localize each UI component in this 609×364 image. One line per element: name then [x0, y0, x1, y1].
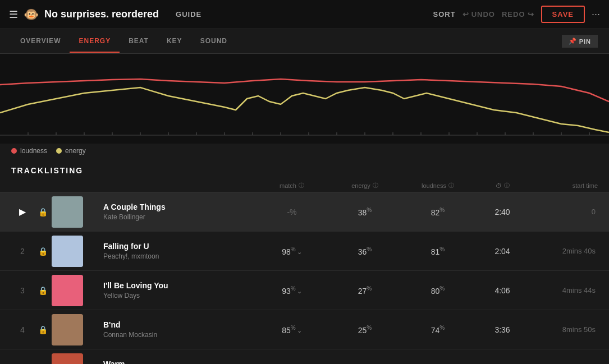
sort-button[interactable]: SORT: [433, 10, 456, 19]
tab-key[interactable]: KEY: [158, 30, 191, 53]
app-header: ☰ 🐵 No surprises. reordered GUIDE SORT ↩…: [0, 0, 609, 29]
track-info: B'nd Connan Mockasin: [97, 320, 255, 339]
col-duration: ⏱ ⓘ: [474, 182, 530, 190]
track-play-num[interactable]: 4: [11, 325, 34, 335]
table-row[interactable]: 4 🔒 B'nd Connan Mockasin 85%⌄ 25% 74% 3:…: [0, 310, 609, 349]
tracklisting-section: TRACKLISTING match ⓘ energy ⓘ loudness ⓘ…: [0, 158, 609, 364]
track-match: 93%⌄: [255, 285, 328, 296]
track-title: Falling for U: [103, 242, 249, 251]
track-duration: 2:40: [474, 208, 530, 216]
track-loudness: 81%: [401, 246, 474, 256]
track-match: -%: [255, 208, 328, 216]
duration-clock-icon: ⏱: [496, 182, 502, 189]
lock-icon: 🔒: [34, 247, 52, 256]
track-info: I'll Be Loving You Yellow Days: [97, 281, 255, 300]
hamburger-icon[interactable]: ☰: [9, 8, 18, 21]
energy-dot: [56, 148, 62, 154]
tab-overview[interactable]: OVERVIEW: [11, 30, 70, 53]
play-icon[interactable]: ▶: [19, 207, 26, 216]
col-start-time: start time: [530, 182, 598, 189]
track-play-num[interactable]: 3: [11, 285, 34, 296]
energy-chart: [0, 54, 609, 144]
track-title: I'll Be Loving You: [103, 281, 249, 290]
tab-bar: OVERVIEW ENERGY BEAT KEY SOUND 📌 PIN: [0, 29, 609, 54]
track-thumbnail: [52, 236, 83, 267]
chart-legend: loudness energy: [0, 144, 609, 158]
header-left: ☰ 🐵 No surprises. reordered GUIDE: [9, 7, 433, 22]
monkey-icon: 🐵: [24, 7, 39, 22]
track-duration: 2:04: [474, 247, 530, 256]
table-row[interactable]: ▶ 🔒 A Couple Things Kate Bollinger -% 38…: [0, 192, 609, 232]
track-title: B'nd: [103, 320, 249, 329]
track-play-num[interactable]: ▶: [11, 206, 34, 217]
legend-energy: energy: [56, 147, 86, 155]
track-loudness: 82%: [401, 207, 474, 217]
legend-loudness: loudness: [11, 147, 47, 155]
track-start-time: 0: [530, 208, 598, 216]
track-start-time: 8mins 50s: [530, 325, 598, 334]
track-loudness: 74%: [401, 325, 474, 335]
track-number: 4: [20, 325, 25, 334]
track-start-time: 2mins 40s: [530, 247, 598, 255]
save-button[interactable]: SAVE: [541, 6, 585, 23]
loudness-label: loudness: [20, 147, 47, 155]
col-match: match ⓘ: [255, 182, 328, 190]
track-artist: Kate Bollinger: [103, 213, 249, 221]
track-start-time: 4mins 44s: [530, 286, 598, 294]
table-header-row: match ⓘ energy ⓘ loudness ⓘ ⏱ ⓘ start ti…: [0, 179, 609, 192]
track-title: A Couple Things: [103, 202, 249, 211]
track-info: Warm Dre'es: [97, 360, 255, 364]
pin-icon: 📌: [569, 38, 577, 45]
loudness-info-icon[interactable]: ⓘ: [448, 182, 454, 190]
lock-icon: 🔒: [34, 325, 52, 334]
lock-icon: 🔒: [34, 208, 52, 216]
track-number: 3: [20, 286, 25, 295]
col-loudness: loudness ⓘ: [401, 182, 474, 190]
redo-button[interactable]: REDO ↪: [502, 10, 534, 19]
table-row[interactable]: 5 🔒 Warm Dre'es 85%⌄ 30% 77% 4:15 12mins…: [0, 349, 609, 364]
duration-info-icon[interactable]: ⓘ: [504, 182, 510, 190]
table-row[interactable]: 2 🔒 Falling for U Peachy!, mxmtoon 98%⌄ …: [0, 232, 609, 271]
guide-button[interactable]: GUIDE: [176, 10, 202, 19]
pin-button[interactable]: 📌 PIN: [562, 35, 598, 48]
track-thumbnail: [52, 353, 83, 365]
tab-beat[interactable]: BEAT: [120, 30, 158, 53]
energy-info-icon[interactable]: ⓘ: [373, 182, 378, 190]
loudness-dot: [11, 148, 17, 154]
track-play-num[interactable]: 2: [11, 246, 34, 256]
track-energy: 25%: [328, 325, 401, 335]
track-thumbnail: [52, 314, 83, 345]
track-energy: 36%: [328, 246, 401, 256]
header-right: SORT ↩ UNDO REDO ↪ SAVE ···: [433, 6, 600, 23]
match-info-icon[interactable]: ⓘ: [299, 182, 304, 190]
table-row[interactable]: 3 🔒 I'll Be Loving You Yellow Days 93%⌄ …: [0, 271, 609, 310]
track-duration: 3:36: [474, 325, 530, 334]
tracklisting-heading: TRACKLISTING: [0, 158, 609, 179]
track-artist: Peachy!, mxmtoon: [103, 252, 249, 260]
playlist-title: No surprises. reordered: [44, 8, 159, 20]
track-info: Falling for U Peachy!, mxmtoon: [97, 242, 255, 260]
energy-label: energy: [65, 147, 86, 155]
chart-svg: [0, 59, 609, 138]
lock-icon: 🔒: [34, 286, 52, 295]
track-energy: 38%: [328, 207, 401, 217]
redo-arrow-icon: ↪: [528, 10, 534, 19]
tab-energy[interactable]: ENERGY: [70, 30, 120, 53]
track-energy: 27%: [328, 285, 401, 296]
track-duration: 4:06: [474, 286, 530, 295]
tab-sound[interactable]: SOUND: [191, 30, 236, 53]
track-info: A Couple Things Kate Bollinger: [97, 202, 255, 221]
track-artist: Connan Mockasin: [103, 331, 249, 339]
more-options-button[interactable]: ···: [592, 8, 600, 20]
track-match: 85%⌄: [255, 325, 328, 335]
track-loudness: 80%: [401, 285, 474, 296]
track-thumbnail: [52, 275, 83, 306]
track-number: 2: [20, 247, 25, 256]
track-thumbnail: [52, 196, 83, 228]
track-title: Warm: [103, 360, 249, 364]
undo-arrow-icon: ↩: [463, 10, 469, 19]
track-artist: Yellow Days: [103, 292, 249, 300]
track-match: 98%⌄: [255, 246, 328, 256]
col-energy: energy ⓘ: [328, 182, 401, 190]
undo-button[interactable]: ↩ UNDO: [463, 10, 495, 19]
